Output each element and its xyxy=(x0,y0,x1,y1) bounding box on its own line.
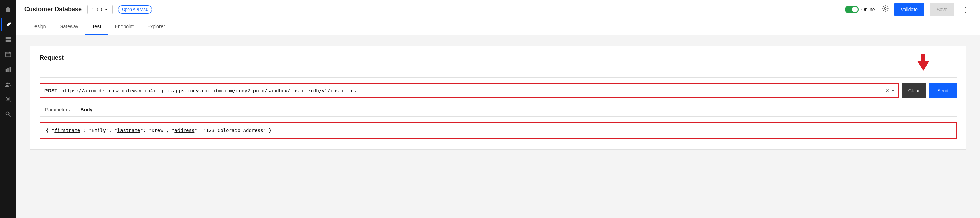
body-input-wrapper[interactable]: { "firstname": "Emily", "lastname": "Dre… xyxy=(40,122,956,138)
clear-button[interactable]: Clear xyxy=(902,83,926,98)
request-separator xyxy=(40,77,956,78)
chart-icon[interactable] xyxy=(2,62,15,76)
settings-icon[interactable] xyxy=(2,92,15,106)
body-input-text: { "firstname": "Emily", "lastname": "Dre… xyxy=(46,128,272,133)
tab-gateway[interactable]: Gateway xyxy=(53,19,85,35)
openapi-badge[interactable]: Open API v2.0 xyxy=(118,5,152,14)
home-icon[interactable] xyxy=(2,3,15,16)
online-status: Online xyxy=(845,6,875,13)
tab-test[interactable]: Test xyxy=(85,19,108,35)
gear-icon[interactable] xyxy=(882,5,889,14)
tab-endpoint[interactable]: Endpoint xyxy=(108,19,140,35)
svg-point-12 xyxy=(8,83,10,84)
url-chevron-icon[interactable]: ▾ xyxy=(892,88,894,93)
calendar-icon[interactable] xyxy=(2,48,15,61)
content-area: Request POST https://apim-demo-gw-gatewa… xyxy=(16,35,980,218)
save-button[interactable]: Save xyxy=(930,3,954,16)
body-tabs: Parameters Body xyxy=(40,103,956,117)
header: Customer Database 1.0.0 Open API v2.0 On… xyxy=(16,0,980,19)
url-input-wrapper[interactable]: POST https://apim-demo-gw-gateway-cp4i-a… xyxy=(40,83,899,98)
url-x-icon[interactable]: ✕ xyxy=(885,88,889,93)
nav-tabs: Design Gateway Test Endpoint Explorer xyxy=(16,19,980,35)
red-arrow-indicator xyxy=(917,54,929,72)
svg-rect-2 xyxy=(6,40,8,42)
online-toggle-switch[interactable] xyxy=(845,6,859,13)
url-input-text: https://apim-demo-gw-gateway-cp4i-apic.a… xyxy=(61,88,883,93)
send-button[interactable]: Send xyxy=(929,83,956,98)
main-area: Customer Database 1.0.0 Open API v2.0 On… xyxy=(16,0,980,218)
http-method-label: POST xyxy=(45,88,57,93)
svg-rect-3 xyxy=(8,40,11,42)
down-arrow-icon xyxy=(917,54,929,71)
firstname-key: firstname xyxy=(54,128,80,133)
version-value: 1.0.0 xyxy=(92,7,102,12)
validate-button[interactable]: Validate xyxy=(894,3,925,16)
svg-rect-8 xyxy=(6,69,7,72)
sidebar xyxy=(0,0,16,218)
svg-rect-1 xyxy=(8,37,11,39)
more-button[interactable]: ⋮ xyxy=(959,4,972,15)
grid-icon[interactable] xyxy=(2,33,15,46)
svg-rect-10 xyxy=(10,67,11,72)
svg-rect-0 xyxy=(6,37,8,39)
settings-gear-icon xyxy=(882,5,889,12)
svg-rect-9 xyxy=(8,68,9,72)
page-title: Customer Database xyxy=(24,6,82,13)
users-icon[interactable] xyxy=(2,77,15,91)
request-panel: Request POST https://apim-demo-gw-gatewa… xyxy=(30,46,966,150)
tab-parameters[interactable]: Parameters xyxy=(40,103,75,116)
tab-body[interactable]: Body xyxy=(75,103,98,116)
version-dropdown[interactable]: 1.0.0 xyxy=(87,5,113,14)
tab-explorer[interactable]: Explorer xyxy=(140,19,172,35)
svg-point-13 xyxy=(7,98,9,100)
svg-point-11 xyxy=(6,83,8,84)
url-row: POST https://apim-demo-gw-gateway-cp4i-a… xyxy=(40,83,956,98)
lastname-key: lastname xyxy=(118,128,140,133)
svg-point-16 xyxy=(884,8,886,10)
edit-icon[interactable] xyxy=(2,18,15,31)
svg-line-15 xyxy=(9,115,11,116)
request-title: Request xyxy=(40,54,64,62)
tab-design[interactable]: Design xyxy=(24,19,53,35)
search-icon[interactable] xyxy=(2,107,15,121)
svg-marker-17 xyxy=(917,54,929,71)
chevron-down-icon xyxy=(104,8,108,11)
online-label: Online xyxy=(861,7,875,12)
address-key: address xyxy=(174,128,194,133)
svg-rect-4 xyxy=(6,52,11,57)
